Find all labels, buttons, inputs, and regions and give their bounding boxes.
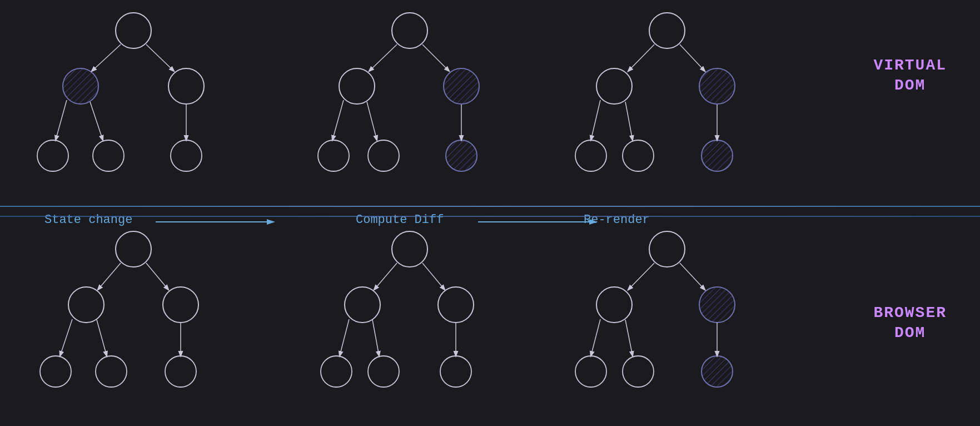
svg-point-5 <box>93 140 124 171</box>
svg-line-57 <box>422 263 445 290</box>
svg-line-8 <box>146 44 174 71</box>
svg-line-19 <box>422 44 449 71</box>
svg-point-65 <box>623 356 654 387</box>
svg-point-24 <box>596 68 632 104</box>
svg-point-2 <box>63 68 98 104</box>
svg-point-40 <box>68 287 104 323</box>
svg-line-48 <box>97 320 107 356</box>
svg-line-56 <box>374 263 397 290</box>
svg-point-50 <box>392 231 427 267</box>
svg-point-4 <box>37 140 68 171</box>
svg-line-46 <box>146 263 168 290</box>
svg-point-52 <box>438 287 474 323</box>
divider-top <box>0 206 980 207</box>
svg-line-30 <box>680 44 705 71</box>
svg-point-55 <box>440 356 471 387</box>
svg-point-41 <box>163 287 198 323</box>
svg-line-70 <box>625 320 633 356</box>
svg-point-51 <box>345 287 380 323</box>
svg-point-23 <box>649 13 685 48</box>
svg-line-47 <box>60 319 72 356</box>
svg-point-66 <box>702 356 733 387</box>
svg-point-16 <box>368 140 399 171</box>
svg-point-44 <box>165 356 196 387</box>
svg-point-53 <box>321 356 352 387</box>
svg-line-45 <box>98 263 121 290</box>
svg-point-3 <box>168 68 204 104</box>
svg-line-21 <box>367 102 377 140</box>
svg-point-54 <box>368 356 399 387</box>
svg-line-67 <box>628 263 654 290</box>
svg-line-59 <box>372 320 379 356</box>
svg-point-15 <box>318 140 349 171</box>
svg-point-14 <box>444 68 479 104</box>
svg-line-9 <box>56 100 67 140</box>
svg-line-10 <box>90 102 103 140</box>
svg-point-1 <box>116 13 151 48</box>
svg-line-69 <box>591 319 600 356</box>
virtual-dom-label: VIRTUAL DOM <box>873 56 947 96</box>
svg-line-58 <box>340 319 349 356</box>
virtual-dom-trees <box>0 0 917 206</box>
divider-bottom <box>0 216 980 217</box>
svg-point-43 <box>96 356 127 387</box>
svg-point-13 <box>339 68 375 104</box>
svg-point-42 <box>40 356 71 387</box>
browser-dom-trees <box>0 222 917 426</box>
svg-point-27 <box>623 140 654 171</box>
svg-point-25 <box>699 68 735 104</box>
svg-point-62 <box>596 287 632 323</box>
svg-point-6 <box>171 140 202 171</box>
svg-point-64 <box>575 356 606 387</box>
svg-line-20 <box>332 100 344 140</box>
browser-dom-label: BROWSER DOM <box>873 303 947 344</box>
svg-point-26 <box>575 140 606 171</box>
svg-point-61 <box>649 231 685 267</box>
svg-point-39 <box>116 231 151 267</box>
svg-line-29 <box>628 44 654 71</box>
main-container: State change Compute Diff Re-render VIRT… <box>0 0 980 426</box>
svg-point-63 <box>699 287 735 323</box>
svg-line-68 <box>680 263 705 290</box>
svg-line-32 <box>625 102 633 140</box>
svg-point-12 <box>392 13 427 48</box>
svg-line-31 <box>591 100 600 140</box>
svg-line-18 <box>369 44 397 71</box>
svg-point-28 <box>702 140 733 171</box>
svg-line-7 <box>92 44 121 71</box>
svg-point-17 <box>446 140 477 171</box>
